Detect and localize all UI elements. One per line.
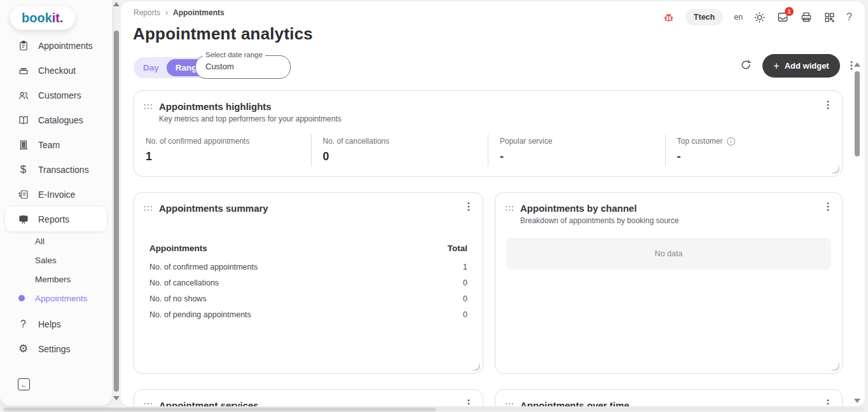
sidebar-scrollbar[interactable]	[112, 0, 121, 406]
sidebar-item-appointments[interactable]: Appointments	[0, 33, 112, 58]
sidebar-nav: Appointments Checkout Customers Catalogu…	[0, 33, 112, 361]
inbox-tray-icon[interactable]: 1	[776, 11, 789, 24]
row-label: No. of no shows	[149, 294, 207, 303]
sidebar-item-settings[interactable]: ⚙ Settings	[0, 336, 112, 361]
help-icon[interactable]: ?	[846, 11, 852, 23]
sidebar-scrollbar-thumb[interactable]	[114, 31, 119, 392]
metric-value: 0	[323, 150, 488, 163]
breadcrumb-reports[interactable]: Reports	[134, 8, 160, 17]
sidebar-item-label: Checkout	[38, 65, 76, 76]
widget-menu-button[interactable]: ⋮	[823, 202, 833, 212]
plus-icon: +	[773, 60, 779, 72]
widget-appointments-by-channel: Appointments by channel Breakdown of app…	[495, 192, 843, 374]
table-row: No. of cancellations 0	[149, 275, 467, 291]
widget-title: Appointment services	[159, 400, 259, 406]
drag-handle-icon[interactable]	[506, 206, 514, 211]
scroll-down-arrow-icon[interactable]	[113, 396, 120, 401]
metric-cancellations: No. of cancellations 0	[311, 134, 488, 166]
sidebar-item-transactions[interactable]: $ Transactions	[0, 157, 112, 182]
scroll-down-arrow-icon[interactable]	[854, 399, 860, 403]
metric-value: -	[500, 150, 665, 163]
widget-title: Appointments summary	[159, 203, 268, 214]
metric-popular-service: Popular service -	[488, 134, 665, 166]
sidebar-item-einvoice[interactable]: E-Invoice	[0, 182, 112, 207]
metric-top-customer: Top customer i -	[665, 134, 843, 166]
logo-text-book: book	[22, 11, 52, 25]
workspace-chip[interactable]: Ttech	[685, 9, 723, 25]
row-label: No. of confirmed appointments	[149, 263, 258, 271]
horizontal-scrollbar[interactable]	[3, 408, 865, 411]
breadcrumb: Reports › Appointments	[134, 8, 224, 17]
sidebar-subitem-label: Members	[35, 275, 71, 284]
add-widget-label: Add widget	[785, 61, 829, 71]
resize-grip-icon[interactable]	[472, 363, 481, 371]
scroll-up-arrow-icon[interactable]	[113, 2, 120, 6]
horizontal-scrollbar-thumb[interactable]	[4, 408, 436, 411]
scroll-up-arrow-icon[interactable]	[854, 62, 860, 67]
widget-title: Appointments over time	[520, 400, 630, 406]
widget-subtitle: Key metrics and top performers for your …	[159, 114, 341, 123]
sidebar-subitem-appointments[interactable]: Appointments	[0, 289, 112, 308]
sidebar-item-team[interactable]: Team	[0, 132, 112, 157]
drag-handle-icon[interactable]	[144, 206, 153, 211]
row-value: 1	[463, 263, 467, 271]
row-label: No. of cancellations	[149, 278, 219, 287]
sidebar-item-checkout[interactable]: Checkout	[0, 58, 112, 83]
sidebar-item-helps[interactable]: ? Helps	[0, 312, 112, 336]
printer-icon[interactable]	[800, 11, 813, 24]
date-range-label: Select date range	[203, 51, 265, 58]
refresh-button[interactable]	[740, 58, 752, 71]
metric-label: Popular service	[500, 137, 665, 146]
widget-appointments-highlights: Appointments highlights Key metrics and …	[134, 90, 843, 177]
sidebar-item-label: Reports	[38, 214, 69, 224]
notification-badge: 1	[785, 7, 794, 16]
date-range-select[interactable]: Select date range Custom	[195, 55, 291, 79]
widget-subtitle: Breakdown of appointments by booking sou…	[520, 216, 679, 225]
qr-apps-icon[interactable]	[823, 11, 836, 24]
toggle-day-button[interactable]: Day	[135, 63, 167, 72]
book-icon	[17, 114, 29, 126]
drag-handle-icon[interactable]	[144, 104, 153, 109]
register-icon	[17, 65, 29, 76]
widget-appointments-over-time: Appointments over time ⋮	[495, 389, 843, 406]
row-value: 0	[463, 310, 467, 319]
resize-grip-icon[interactable]	[832, 363, 840, 371]
widget-menu-button[interactable]: ⋮	[823, 100, 833, 110]
sidebar-subitem-members[interactable]: Members	[0, 270, 112, 289]
sidebar-subitem-all[interactable]: All	[0, 231, 112, 251]
main-scrollbar[interactable]	[853, 61, 861, 404]
no-data-placeholder: No data	[506, 238, 831, 270]
sidebar-subitem-label: All	[35, 237, 45, 246]
main-scrollbar-thumb[interactable]	[855, 71, 860, 156]
sidebar-item-reports[interactable]: Reports	[5, 207, 107, 231]
sidebar-item-label: Appointments	[38, 41, 93, 51]
drag-handle-icon[interactable]	[506, 403, 514, 406]
metric-confirmed: No. of confirmed appointments 1	[134, 134, 311, 166]
resize-grip-icon[interactable]	[832, 166, 840, 174]
building-icon	[17, 139, 29, 151]
add-widget-button[interactable]: + Add widget	[762, 54, 840, 78]
bug-report-icon[interactable]	[663, 11, 675, 24]
dollar-icon: $	[17, 164, 29, 175]
widget-menu-button[interactable]: ⋮	[464, 399, 474, 406]
drag-handle-icon[interactable]	[144, 403, 153, 406]
presentation-icon	[17, 214, 29, 225]
sidebar-subitem-sales[interactable]: Sales	[0, 251, 112, 270]
sidebar-item-label: Team	[38, 140, 60, 150]
app-logo[interactable]: bookit.	[10, 6, 75, 30]
breadcrumb-separator: ›	[165, 8, 168, 17]
sidebar-collapse-button[interactable]: ←	[18, 378, 30, 390]
language-selector[interactable]: en	[734, 13, 743, 22]
breadcrumb-appointments: Appointments	[173, 8, 224, 17]
sidebar-item-label: Settings	[38, 344, 71, 354]
sidebar-item-catalogues[interactable]: Catalogues	[0, 107, 112, 132]
theme-sun-icon[interactable]	[754, 11, 766, 24]
info-icon[interactable]: i	[727, 137, 735, 146]
widget-menu-button[interactable]: ⋮	[823, 399, 833, 406]
widget-menu-button[interactable]: ⋮	[464, 202, 474, 212]
sidebar-item-customers[interactable]: Customers	[0, 83, 112, 107]
row-value: 0	[463, 294, 467, 303]
metric-value: -	[677, 150, 843, 163]
sidebar-item-label: Transactions	[38, 165, 89, 175]
metric-label: No. of confirmed appointments	[146, 137, 311, 146]
